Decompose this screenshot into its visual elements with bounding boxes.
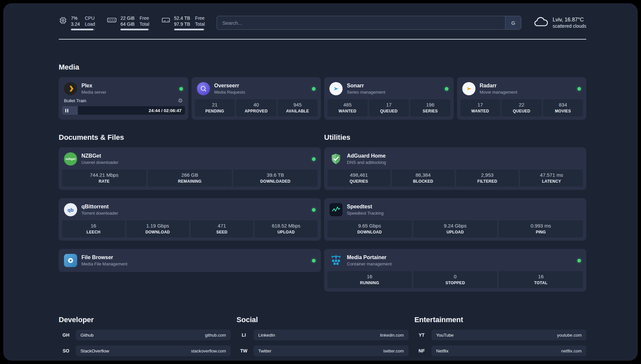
bookmark-github[interactable]: Github github.com xyxy=(76,330,230,340)
bookmark-name: Netflix xyxy=(436,349,449,353)
app-card-plex[interactable]: Plex Media server Bullet Train ⚙ 24:44 /… xyxy=(59,77,188,120)
app-name: Overseerr xyxy=(214,82,245,89)
status-dot xyxy=(179,87,183,91)
stat-value: 1.19 Gbps xyxy=(128,223,188,229)
stat-label: MOVIES xyxy=(544,109,582,113)
app-card-sonarr[interactable]: Sonarr Series management 485 WANTED 17 Q… xyxy=(324,77,454,120)
app-name: Sonarr xyxy=(347,82,385,89)
weather-widget[interactable]: Lviv, 16.87°C scattered clouds xyxy=(533,16,586,29)
app-subtitle: Container management xyxy=(347,261,392,267)
bookmark-name: Twitter xyxy=(258,349,271,353)
stat-label: LATENCY xyxy=(521,179,582,184)
disk-free-value: 52.4 TB xyxy=(174,15,190,21)
disk-metric: 52.4 TB 97.9 TB Free Total xyxy=(161,15,205,30)
pause-icon[interactable] xyxy=(65,109,68,112)
bookmark-abbr: SO xyxy=(59,348,73,353)
status-dot xyxy=(312,157,316,161)
stat-label: SERIES xyxy=(412,109,449,113)
stat-value: 40 xyxy=(237,102,275,108)
stat-value: 9.24 Gbps xyxy=(414,223,496,229)
stat-value: 16 xyxy=(500,274,582,280)
bookmark-row: GH Github github.com xyxy=(59,330,230,340)
ram-metric: 22 GiB 64 GiB Free Total xyxy=(107,15,149,30)
app-card-nzbget[interactable]: nzbget NZBGet Usenet downloader 744.21 M… xyxy=(59,147,321,190)
cpu-load-label: Load xyxy=(85,21,95,27)
app-subtitle: DNS and adblocking xyxy=(347,160,386,165)
bookmark-youtube[interactable]: YouTube youtube.com xyxy=(432,330,586,340)
app-card-qbittorrent[interactable]: qb qBittorrent Torrent downloader 16 xyxy=(59,198,321,241)
stat-value: 17 xyxy=(370,102,408,108)
stat-label: APPROVED xyxy=(237,109,275,113)
gear-icon[interactable]: ⚙ xyxy=(178,98,183,104)
stat-box: 47.571 ms LATENCY xyxy=(520,169,583,187)
bookmark-row: LI LinkedIn linkedin.com xyxy=(236,330,408,340)
bookmark-linkedin[interactable]: LinkedIn linkedin.com xyxy=(254,330,408,340)
stat-box: 618.52 Mbps UPLOAD xyxy=(255,220,318,237)
app-card-filebrowser[interactable]: File Browser Media File Management xyxy=(59,249,321,272)
stat-value: 744.21 Mbps xyxy=(63,172,145,178)
bookmark-row: TW Twitter twitter.com xyxy=(236,346,408,356)
stat-value: 0 xyxy=(414,274,496,280)
bookmark-url: youtube.com xyxy=(557,333,582,338)
status-dot xyxy=(445,87,448,91)
bookmark-abbr: LI xyxy=(236,332,251,338)
app-name: Plex xyxy=(81,82,106,89)
stat-label: QUEUED xyxy=(503,109,540,113)
app-card-adguard[interactable]: AdGuard Home DNS and adblocking 498,461 … xyxy=(324,147,586,190)
bookmark-netflix[interactable]: Netflix netflix.com xyxy=(432,346,586,356)
search-input[interactable] xyxy=(217,16,505,29)
stat-box: 0 STOPPED xyxy=(413,271,498,288)
stat-box: 471 SEED xyxy=(191,220,254,237)
bookmark-twitter[interactable]: Twitter twitter.com xyxy=(254,346,408,356)
stat-box: 266 GB REMAINING xyxy=(148,169,232,187)
bookmark-name: Github xyxy=(80,333,94,338)
disk-bar xyxy=(174,29,205,30)
section-title-utilities: Utilities xyxy=(324,133,586,142)
stat-value: 86,384 xyxy=(393,172,453,178)
bookmark-stackoverflow[interactable]: StackOverflow stackoverflow.com xyxy=(76,346,230,356)
disk-total-value: 97.9 TB xyxy=(174,21,190,27)
app-name: NZBGet xyxy=(81,153,118,159)
playback-bar[interactable]: 24:44 / 02:06:47 xyxy=(62,106,185,115)
stat-box: 1.19 Gbps DOWNLOAD xyxy=(126,220,189,237)
stat-box: 945 AVAILABLE xyxy=(278,99,318,116)
stat-value: 2,953 xyxy=(457,172,518,178)
stat-box: 485 WANTED xyxy=(327,99,368,116)
app-card-overseerr[interactable]: Overseerr Media Requests 21 PENDING 40 A… xyxy=(192,77,321,120)
stat-box: 22 QUEUED xyxy=(502,99,542,116)
topbar: 7% 3.24 CPU Load xyxy=(59,15,586,30)
app-name: qBittorrent xyxy=(81,203,118,210)
app-card-portainer[interactable]: Media Portainer Container management 16 … xyxy=(324,249,586,291)
now-playing-title: Bullet Train xyxy=(64,98,86,103)
stat-box: 17 QUEUED xyxy=(369,99,409,116)
cpu-bar-fill xyxy=(71,29,93,30)
section-title-developer: Developer xyxy=(59,315,230,324)
search-bar: G xyxy=(217,16,521,30)
cpu-bar xyxy=(71,29,95,30)
stat-label: UPLOAD xyxy=(414,230,496,234)
stat-box: 2,953 FILTERED xyxy=(456,169,519,187)
stat-value: 471 xyxy=(192,223,252,229)
app-card-speedtest[interactable]: Speedtest Speedtest Tracking 9.65 Gbps D… xyxy=(324,198,586,241)
stat-value: 618.52 Mbps xyxy=(256,223,316,229)
disk-total-label: Total xyxy=(195,21,205,27)
plex-icon xyxy=(64,82,77,95)
stat-value: 945 xyxy=(279,102,317,108)
stat-label: UPLOAD xyxy=(256,230,316,234)
app-card-radarr[interactable]: Radarr Movie management 17 WANTED 22 QUE… xyxy=(457,77,587,120)
stat-label: QUEUED xyxy=(370,109,408,113)
stat-label: DOWNLOADED xyxy=(234,179,316,184)
search-engine-button[interactable]: G xyxy=(505,16,521,29)
stat-value: 196 xyxy=(412,102,449,108)
app-subtitle: Speedtest Tracking xyxy=(347,210,383,216)
cpu-icon xyxy=(59,16,67,26)
stat-box: 16 RUNNING xyxy=(327,271,412,288)
stat-value: 47.571 ms xyxy=(521,172,582,178)
ram-total-value: 64 GiB xyxy=(120,21,135,27)
cpu-metric: 7% 3.24 CPU Load xyxy=(59,15,95,30)
app-name: Media Portainer xyxy=(347,254,392,261)
app-name: Radarr xyxy=(480,82,517,89)
status-dot xyxy=(312,259,316,262)
section-title-media: Media xyxy=(59,63,586,72)
stat-box: 16 LEECH xyxy=(62,220,125,237)
